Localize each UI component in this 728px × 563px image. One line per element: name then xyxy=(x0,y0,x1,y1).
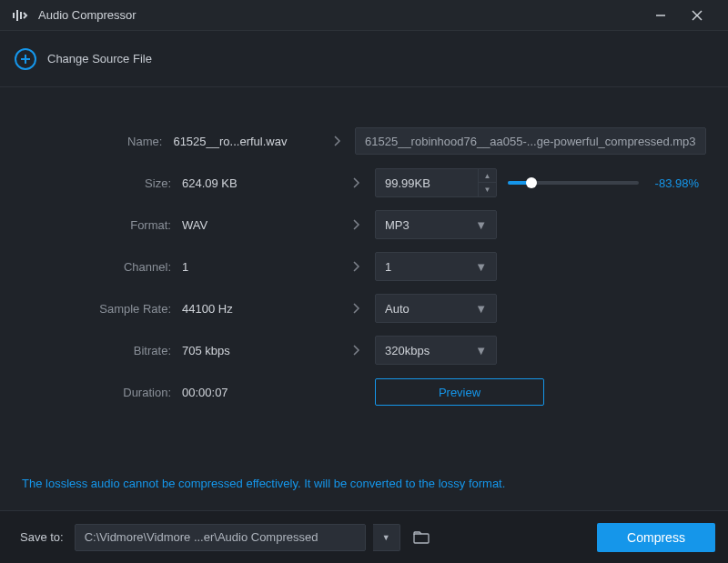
label-format: Format: xyxy=(22,218,182,232)
label-duration: Duration: xyxy=(22,386,182,399)
caret-down-icon: ▼ xyxy=(382,533,390,542)
source-bitrate: 705 kbps xyxy=(182,344,339,357)
size-slider[interactable] xyxy=(508,181,639,185)
caret-down-icon: ▼ xyxy=(475,344,487,357)
chevron-right-icon xyxy=(339,261,375,272)
label-bitrate: Bitrate: xyxy=(22,344,182,357)
size-change-pct: -83.98% xyxy=(648,176,699,190)
target-bitrate-select[interactable]: 320kbps ▼ xyxy=(375,336,497,365)
svg-rect-1 xyxy=(16,10,18,21)
chevron-right-icon xyxy=(339,345,375,356)
svg-rect-0 xyxy=(13,13,15,18)
minimize-button[interactable] xyxy=(642,0,679,31)
change-source-file-button[interactable]: Change Source File xyxy=(15,48,152,70)
toolbar: Change Source File xyxy=(0,31,728,87)
close-button[interactable] xyxy=(679,0,715,31)
target-channel-select[interactable]: 1 ▼ xyxy=(375,252,497,281)
source-channel: 1 xyxy=(182,260,339,274)
open-folder-button[interactable] xyxy=(408,524,435,551)
chevron-right-icon xyxy=(339,303,375,314)
save-to-dropdown-button[interactable]: ▼ xyxy=(373,524,400,551)
label-channel: Channel: xyxy=(22,260,182,274)
lossy-conversion-notice: The lossless audio cannot be compressed … xyxy=(22,477,505,490)
change-source-file-label: Change Source File xyxy=(47,52,152,65)
save-to-label: Save to: xyxy=(20,530,64,544)
target-sample-rate-select[interactable]: Auto ▼ xyxy=(375,294,497,323)
preview-button-label: Preview xyxy=(439,386,480,399)
main-panel: Name: 61525__ro...erful.wav 61525__robin… xyxy=(0,87,728,510)
titlebar: Audio Compressor xyxy=(0,0,728,31)
chevron-right-icon xyxy=(339,177,375,188)
svg-rect-8 xyxy=(414,534,429,543)
target-size-stepper[interactable]: 99.99KB ▲ ▼ xyxy=(375,168,497,197)
source-format: WAV xyxy=(182,218,339,232)
app-logo-icon xyxy=(13,9,29,22)
compress-button[interactable]: Compress xyxy=(597,523,715,552)
source-duration: 00:00:07 xyxy=(182,386,339,399)
label-sample-rate: Sample Rate: xyxy=(22,302,182,316)
caret-down-icon: ▼ xyxy=(475,218,487,232)
target-name-input[interactable]: 61525__robinhood76__aa055-...ge-powerful… xyxy=(355,127,706,155)
target-sample-rate-value: Auto xyxy=(385,302,410,316)
target-channel-value: 1 xyxy=(385,260,391,274)
caret-down-icon: ▼ xyxy=(475,302,487,316)
preview-button[interactable]: Preview xyxy=(375,378,544,406)
source-name: 61525__ro...erful.wav xyxy=(173,135,320,148)
target-bitrate-value: 320kbps xyxy=(385,344,430,357)
target-size-value: 99.99KB xyxy=(376,176,478,190)
target-format-value: MP3 xyxy=(385,218,410,232)
label-name: Name: xyxy=(22,135,173,148)
save-to-path-value: C:\Vidmore\Vidmore ...er\Audio Compresse… xyxy=(85,530,318,544)
footer: Save to: C:\Vidmore\Vidmore ...er\Audio … xyxy=(0,510,728,563)
target-name-value: 61525__robinhood76__aa055-...ge-powerful… xyxy=(365,135,696,148)
app-title: Audio Compressor xyxy=(38,8,136,22)
slider-thumb[interactable] xyxy=(526,177,537,188)
size-step-up-button[interactable]: ▲ xyxy=(479,169,496,183)
svg-rect-2 xyxy=(20,12,22,19)
caret-down-icon: ▼ xyxy=(475,260,487,274)
save-to-path-input[interactable]: C:\Vidmore\Vidmore ...er\Audio Compresse… xyxy=(75,524,366,551)
target-format-select[interactable]: MP3 ▼ xyxy=(375,210,497,239)
chevron-right-icon xyxy=(339,219,375,230)
chevron-right-icon xyxy=(320,136,355,146)
source-sample-rate: 44100 Hz xyxy=(182,302,339,316)
source-size: 624.09 KB xyxy=(182,176,339,190)
folder-icon xyxy=(413,531,430,544)
label-size: Size: xyxy=(22,176,182,190)
compress-button-label: Compress xyxy=(627,530,685,545)
plus-circle-icon xyxy=(15,48,36,70)
size-step-down-button[interactable]: ▼ xyxy=(479,183,496,196)
